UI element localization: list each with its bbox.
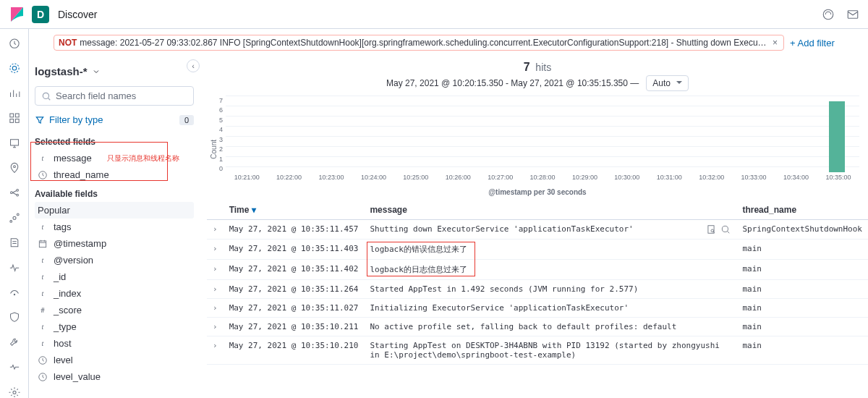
hits-label: hits <box>535 62 551 73</box>
app-badge: D <box>32 6 49 23</box>
field-item-@timestamp[interactable]: @timestamp <box>35 235 194 252</box>
message-cell: Shutting down ExecutorService 'applicati… <box>364 220 736 240</box>
view-doc-icon[interactable] <box>706 224 716 234</box>
thread-cell: main <box>736 318 868 336</box>
field-search-input[interactable]: Search field names <box>35 86 194 106</box>
selected-fields-title: Selected fields <box>35 131 194 150</box>
nav-recent-icon[interactable] <box>8 38 21 49</box>
expand-row-button[interactable]: › <box>207 318 224 336</box>
table-row: ›May 27, 2021 @ 10:35:11.403logback的错误信息… <box>207 240 868 260</box>
nav-ml-icon[interactable] <box>8 187 21 198</box>
nav-dashboard-icon[interactable] <box>8 112 21 124</box>
thread-cell: main <box>736 336 868 365</box>
y-axis-ticks: 76543210 <box>218 96 226 188</box>
hits-header: 7 hits <box>207 56 868 75</box>
popular-label: Popular <box>35 202 194 219</box>
thread-column-header[interactable]: thread_name <box>736 200 868 220</box>
field-item-level[interactable]: level <box>35 352 194 368</box>
time-cell: May 27, 2021 @ 10:35:10.211 <box>224 318 365 336</box>
field-item-_type[interactable]: t_type <box>35 318 194 335</box>
view-surrounding-icon[interactable] <box>720 224 731 234</box>
nav-logs-icon[interactable] <box>8 237 21 248</box>
nav-monitor-icon[interactable] <box>8 361 21 373</box>
field-item-_id[interactable]: t_id <box>35 268 194 285</box>
svg-point-3 <box>9 64 18 72</box>
svg-point-18 <box>12 391 15 394</box>
svg-rect-8 <box>15 119 19 123</box>
results-panel: 7 hits May 27, 2021 @ 10:20:15.350 - May… <box>203 56 868 398</box>
field-name: level <box>54 355 73 365</box>
expand-row-button[interactable]: › <box>207 299 224 318</box>
field-name: host <box>54 338 72 349</box>
table-row: ›May 27, 2021 @ 10:35:11.027Initializing… <box>207 299 868 318</box>
time-cell: May 27, 2021 @ 10:35:11.264 <box>224 280 365 299</box>
nav-rail <box>0 29 29 398</box>
field-name: tags <box>54 221 72 232</box>
svg-point-4 <box>12 67 16 70</box>
message-cell: Starting AppTest on DESKTOP-3H4ABNB with… <box>364 336 736 365</box>
field-item-level_value[interactable]: level_value <box>35 368 194 385</box>
nav-metrics-icon[interactable] <box>8 212 21 224</box>
nav-devtools-icon[interactable] <box>8 336 21 348</box>
breadcrumb: Discover <box>58 9 97 20</box>
interval-select[interactable]: Auto <box>646 75 689 91</box>
expand-row-button[interactable]: › <box>207 220 224 240</box>
sort-desc-icon: ▾ <box>252 205 256 215</box>
table-row: ›May 27, 2021 @ 10:35:11.402logback的日志信息… <box>207 260 868 280</box>
nav-canvas-icon[interactable] <box>8 137 21 149</box>
svg-point-11 <box>10 192 12 194</box>
nav-uptime-icon[interactable] <box>8 287 21 298</box>
nav-siem-icon[interactable] <box>8 311 21 323</box>
message-cell: logback的错误信息过来了 <box>364 240 736 260</box>
thread-cell: main <box>736 240 868 260</box>
thread-cell: SpringContextShutdownHook <box>736 220 868 240</box>
svg-rect-21 <box>39 240 46 247</box>
svg-point-19 <box>43 93 48 98</box>
time-column-header[interactable]: Time ▾ <box>224 200 365 220</box>
collapse-sidebar-button[interactable]: ‹ <box>187 59 200 72</box>
nav-discover-icon[interactable] <box>8 62 21 74</box>
svg-rect-9 <box>10 139 18 145</box>
filter-pill[interactable]: NOT message: 2021-05-27 09:33:02.867 INF… <box>54 35 784 51</box>
field-item-host[interactable]: thost <box>35 335 194 352</box>
remove-filter-icon[interactable]: × <box>771 38 779 48</box>
expand-row-button[interactable]: › <box>207 240 224 260</box>
expand-row-button[interactable]: › <box>207 336 224 365</box>
field-item-_index[interactable]: t_index <box>35 285 194 302</box>
field-item-thread_name[interactable]: thread_name <box>35 166 194 183</box>
nav-visualize-icon[interactable] <box>8 88 21 99</box>
filter-text: message: 2021-05-27 09:33:02.867 INFO [S… <box>80 38 768 48</box>
nav-apm-icon[interactable] <box>8 262 21 274</box>
index-pattern-selector[interactable]: logstash-* <box>35 62 194 80</box>
svg-point-26 <box>723 226 728 232</box>
y-axis-label: Count <box>210 125 218 159</box>
nav-maps-icon[interactable] <box>8 162 21 174</box>
histogram-bar[interactable] <box>829 101 845 172</box>
mail-icon[interactable] <box>846 8 859 21</box>
filter-type-label: Filter by type <box>49 114 103 125</box>
newsfeed-icon[interactable] <box>822 8 835 21</box>
field-item-tags[interactable]: ttags <box>35 219 194 235</box>
message-column-header[interactable]: message <box>364 200 736 220</box>
field-item-@version[interactable]: t@version <box>35 252 194 268</box>
nav-management-icon[interactable] <box>8 386 21 398</box>
table-row: ›May 27, 2021 @ 10:35:10.210Starting App… <box>207 336 868 365</box>
plot-area: 10:21:0010:22:0010:23:0010:24:0010:25:00… <box>226 96 859 188</box>
svg-point-16 <box>17 213 19 216</box>
x-axis-ticks: 10:21:0010:22:0010:23:0010:24:0010:25:00… <box>226 174 859 188</box>
x-axis-label: @timestamp per 30 seconds <box>207 188 868 200</box>
expand-row-button[interactable]: › <box>207 280 224 299</box>
time-cell: May 27, 2021 @ 10:35:11.402 <box>224 260 365 280</box>
filter-by-type-button[interactable]: Filter by type <box>35 114 103 125</box>
svg-rect-6 <box>15 114 19 117</box>
histogram-chart[interactable]: Count 76543210 10:21:0010:22:0010:23:001… <box>207 96 868 188</box>
field-name: level_value <box>54 371 101 382</box>
field-item-_score[interactable]: #_score <box>35 302 194 318</box>
thread-cell: main <box>736 280 868 299</box>
annotation-text: 只显示消息和线程名称 <box>107 153 179 164</box>
svg-point-13 <box>16 195 18 197</box>
svg-point-0 <box>823 9 833 20</box>
expand-row-button[interactable]: › <box>207 260 224 280</box>
kibana-logo <box>9 6 26 23</box>
add-filter-button[interactable]: + Add filter <box>790 38 835 48</box>
